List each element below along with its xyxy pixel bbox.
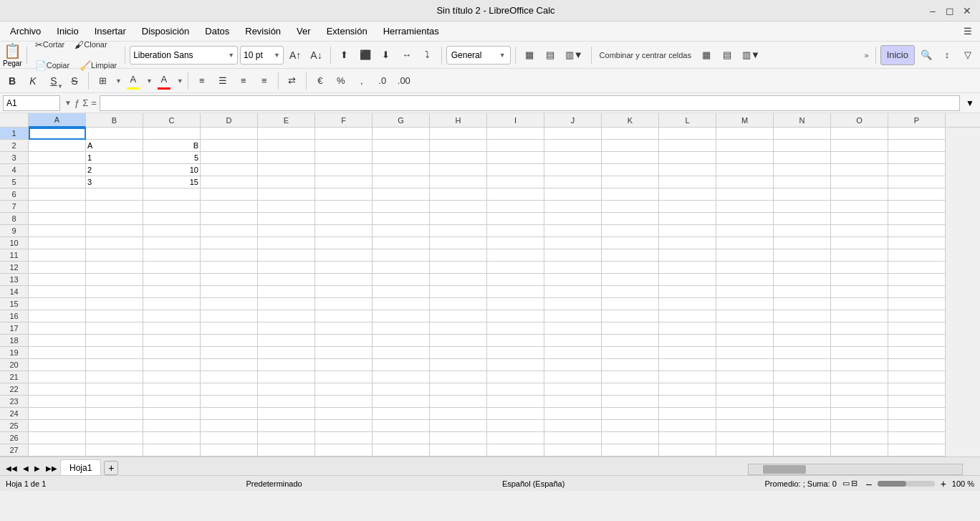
cell-B12[interactable] [86, 262, 143, 274]
cell-F5[interactable] [315, 176, 373, 188]
cell-F1[interactable] [315, 128, 373, 140]
cell-L7[interactable] [659, 201, 716, 213]
zoom-in-button[interactable]: + [938, 478, 949, 489]
cell-F20[interactable] [315, 359, 373, 371]
cell-J3[interactable] [544, 152, 602, 164]
cell-E17[interactable] [258, 322, 315, 335]
cell-O12[interactable] [831, 262, 888, 274]
tab-nav-prev[interactable]: ◀ [20, 461, 32, 475]
cell-E11[interactable] [258, 249, 315, 262]
cell-P24[interactable] [888, 408, 946, 420]
cell-E8[interactable] [258, 213, 315, 225]
cell-P18[interactable] [888, 335, 946, 347]
cell-M20[interactable] [716, 359, 774, 371]
cell-M2[interactable] [716, 140, 774, 152]
cell-B8[interactable] [86, 213, 143, 225]
cell-G7[interactable] [373, 201, 430, 213]
cell-H2[interactable] [430, 140, 487, 152]
cell-G3[interactable] [373, 152, 430, 164]
clone-button[interactable]: 🖌 Clonar [71, 34, 110, 54]
table-r2-button[interactable]: ▤ [718, 45, 736, 65]
row-header-21[interactable]: 21 [0, 371, 28, 383]
cell-E25[interactable] [258, 420, 315, 432]
cell-M3[interactable] [716, 152, 774, 164]
cell-G22[interactable] [373, 383, 430, 396]
cell-C1[interactable] [143, 128, 201, 140]
cell-N20[interactable] [774, 359, 831, 371]
cell-N17[interactable] [774, 322, 831, 335]
cell-E27[interactable] [258, 444, 315, 457]
cell-M7[interactable] [716, 201, 774, 213]
cell-E5[interactable] [258, 176, 315, 188]
cut-button[interactable]: ✂ Cortar [32, 34, 69, 54]
cell-D15[interactable] [201, 298, 258, 310]
cell-B9[interactable] [86, 225, 143, 237]
cell-O1[interactable] [831, 128, 888, 140]
cell-A9[interactable] [29, 225, 86, 237]
cell-A15[interactable] [29, 298, 86, 310]
bold-button[interactable]: B [3, 71, 21, 91]
cell-O27[interactable] [831, 444, 888, 457]
cell-F8[interactable] [315, 213, 373, 225]
cell-J14[interactable] [544, 286, 602, 298]
cell-M13[interactable] [716, 274, 774, 286]
cell-A12[interactable] [29, 262, 86, 274]
cell-O3[interactable] [831, 152, 888, 164]
menu-datos[interactable]: Datos [198, 24, 236, 39]
row-header-14[interactable]: 14 [0, 286, 28, 298]
cell-N5[interactable] [774, 176, 831, 188]
cell-H24[interactable] [430, 408, 487, 420]
table-r1-button[interactable]: ▦ [697, 45, 716, 65]
cell-E18[interactable] [258, 335, 315, 347]
cell-M9[interactable] [716, 225, 774, 237]
cell-D18[interactable] [201, 335, 258, 347]
cell-M5[interactable] [716, 176, 774, 188]
cell-L10[interactable] [659, 237, 716, 249]
cell-H10[interactable] [430, 237, 487, 249]
row-header-25[interactable]: 25 [0, 420, 28, 432]
cell-K27[interactable] [602, 444, 659, 457]
cell-F24[interactable] [315, 408, 373, 420]
cell-O20[interactable] [831, 359, 888, 371]
cell-K24[interactable] [602, 408, 659, 420]
cell-B7[interactable] [86, 201, 143, 213]
cell-K22[interactable] [602, 383, 659, 396]
cell-F6[interactable] [315, 188, 373, 201]
cell-C19[interactable] [143, 347, 201, 359]
cell-E21[interactable] [258, 371, 315, 383]
cell-F13[interactable] [315, 274, 373, 286]
cell-E16[interactable] [258, 310, 315, 322]
percent-button[interactable]: % [332, 71, 350, 91]
cell-K16[interactable] [602, 310, 659, 322]
cell-L1[interactable] [659, 128, 716, 140]
cell-N11[interactable] [774, 249, 831, 262]
cell-N1[interactable] [774, 128, 831, 140]
cell-H14[interactable] [430, 286, 487, 298]
cell-N26[interactable] [774, 432, 831, 444]
cell-H8[interactable] [430, 213, 487, 225]
row-header-12[interactable]: 12 [0, 262, 28, 274]
cell-G6[interactable] [373, 188, 430, 201]
cell-P9[interactable] [888, 225, 946, 237]
cell-P15[interactable] [888, 298, 946, 310]
cell-A19[interactable] [29, 347, 86, 359]
cell-B27[interactable] [86, 444, 143, 457]
cell-F15[interactable] [315, 298, 373, 310]
cell-I5[interactable] [487, 176, 544, 188]
cell-J23[interactable] [544, 396, 602, 408]
cell-F19[interactable] [315, 347, 373, 359]
cell-C18[interactable] [143, 335, 201, 347]
row-header-15[interactable]: 15 [0, 298, 28, 310]
cell-D1[interactable] [201, 128, 258, 140]
cell-C6[interactable] [143, 188, 201, 201]
cell-A18[interactable] [29, 335, 86, 347]
cell-L24[interactable] [659, 408, 716, 420]
cell-G20[interactable] [373, 359, 430, 371]
font-size-dropdown[interactable]: ▼ [274, 52, 280, 59]
cell-H3[interactable] [430, 152, 487, 164]
cell-C3[interactable]: 5 [143, 152, 201, 164]
cell-H23[interactable] [430, 396, 487, 408]
cell-K8[interactable] [602, 213, 659, 225]
cell-L22[interactable] [659, 383, 716, 396]
cell-E3[interactable] [258, 152, 315, 164]
